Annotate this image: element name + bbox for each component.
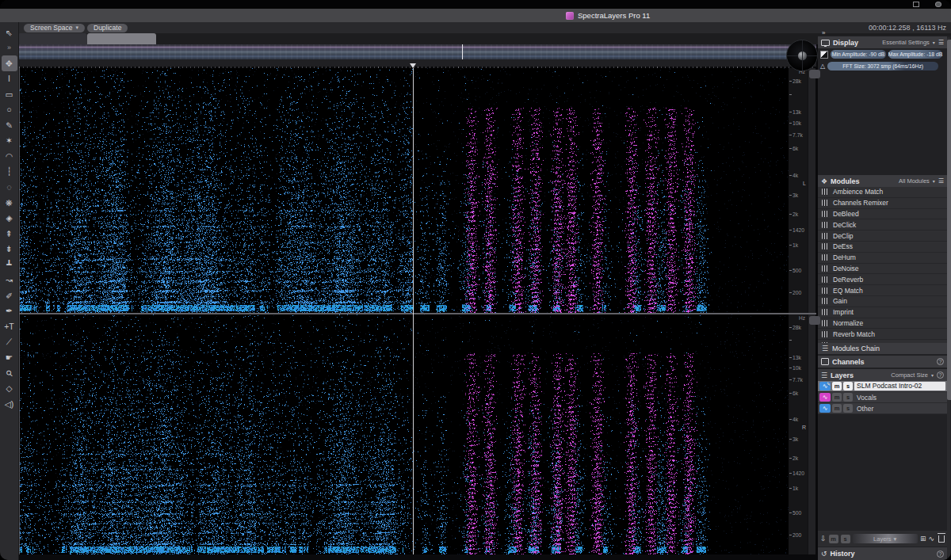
amplify-tool[interactable]: ⇞ [2, 226, 17, 242]
screen-space-dropdown[interactable]: Screen Space ▾ [24, 24, 85, 32]
layer-name[interactable]: Other [854, 405, 945, 413]
layer-name[interactable]: SLM Podcast Intro-02 [854, 382, 945, 390]
add-layer-button[interactable]: ⊞ [920, 535, 926, 543]
knife-tool[interactable]: ⟋ [2, 334, 17, 350]
frequency-axis-right: Hz R 28k13k10k7.7k6k4k3k2k14201k500200 [789, 314, 808, 554]
solo-button[interactable]: s [843, 404, 853, 413]
brush-selection-tool[interactable]: ✎ [2, 117, 17, 133]
module-item[interactable]: Channels Remixer [818, 198, 947, 209]
channels-panel-header[interactable]: Channels ? [818, 356, 947, 368]
harmonics-selection-tool[interactable]: ❋ [2, 195, 17, 211]
time-ruler[interactable] [19, 59, 816, 67]
mute-button[interactable]: m [832, 382, 842, 390]
hand-tool[interactable]: ☛ [2, 349, 17, 365]
solo-button[interactable]: s [843, 393, 853, 402]
collapse-toolbar[interactable]: » [2, 40, 17, 56]
layers-size-dropdown[interactable]: Compact Size [891, 371, 928, 379]
panel-scrollbar[interactable] [947, 37, 950, 557]
modules-chain-button[interactable]: ☰ Modules Chain [818, 343, 947, 354]
module-item[interactable]: Reverb Match [818, 329, 947, 340]
modules-panel-header[interactable]: ❖ Modules All Modules ▾ ☰ [818, 175, 947, 187]
spectrogram-left-channel[interactable] [19, 68, 789, 313]
module-item[interactable]: DeBleed [818, 209, 947, 220]
system-tray-display-icon[interactable] [913, 2, 919, 7]
module-item[interactable]: EQ Match [818, 285, 947, 296]
tool-icon: ▭ [6, 90, 13, 99]
attenuate-tool[interactable]: ⇟ [2, 242, 17, 257]
3d-view-tool[interactable]: ◇ [2, 381, 17, 397]
selection-cursor-tool[interactable]: ⇖ [2, 25, 17, 40]
module-item[interactable]: Imprint [818, 307, 947, 318]
solo-button[interactable]: s [843, 382, 853, 390]
document-tab[interactable] [87, 33, 156, 44]
spectrogram-right-channel[interactable] [19, 314, 789, 554]
arc-selection-tool[interactable]: ◠ [2, 148, 17, 164]
transform-arrow-tool[interactable]: ↝ [2, 272, 17, 288]
vertical-scrollbar-left[interactable] [808, 68, 815, 313]
solo-button[interactable]: s [841, 535, 850, 543]
overview-navigator[interactable] [19, 44, 816, 59]
eraser-tool[interactable]: ◈ [2, 211, 17, 227]
transform-tool[interactable]: ✥ [2, 55, 17, 71]
circular-selection-tool[interactable]: ◌ [2, 179, 17, 195]
mute-button[interactable]: m [832, 404, 842, 413]
Vocals[interactable]: ∿ m s Vocals [818, 392, 947, 403]
layer-name[interactable]: Vocals [854, 394, 945, 402]
magic-wand-tool[interactable]: ✶ [2, 133, 17, 149]
time-selection-tool[interactable]: I [2, 71, 17, 87]
max-amplitude-slider[interactable]: Max Amplitude: -18 dB [888, 50, 942, 59]
mute-button[interactable]: m [829, 535, 838, 543]
auto-unmix-button[interactable]: ∿ [928, 535, 934, 543]
scrollbar-thumb[interactable] [947, 40, 951, 400]
help-icon[interactable]: ? [937, 371, 944, 379]
monitor-layer-icon[interactable]: ⇩ [820, 535, 827, 543]
history-panel-header[interactable]: ↺ History ? [818, 547, 947, 560]
display-preset-dropdown[interactable]: Essential Settings [882, 39, 930, 46]
layers-panel-header[interactable]: ☰ Layers Compact Size ▾ ? [818, 369, 947, 381]
module-item[interactable]: DeNoise [818, 264, 947, 275]
modules-filter-dropdown[interactable]: All Modules [899, 177, 930, 185]
text-tool[interactable]: +T [2, 318, 17, 334]
pencil-tool[interactable]: ✐ [2, 288, 17, 303]
module-item[interactable]: DeEss [818, 242, 947, 253]
help-icon[interactable]: ? [937, 358, 944, 365]
heal-brush-tool[interactable]: ✒ [2, 303, 17, 319]
display-menu-icon[interactable]: ☰ [938, 39, 944, 46]
duplicate-button[interactable]: Duplicate [87, 24, 128, 32]
modules-menu-icon[interactable]: ☰ [938, 177, 944, 185]
audio-preview-tool[interactable]: ◁) [2, 396, 17, 412]
help-icon[interactable]: ? [937, 550, 944, 558]
display-panel-header[interactable]: Display Essential Settings ▾ ☰ [818, 36, 947, 48]
document-tab[interactable] [17, 33, 87, 44]
fft-size-slider[interactable]: FFT Size: 3072 smp (64ms/16Hz) [827, 62, 938, 70]
Other[interactable]: ∿ m s Other [818, 403, 947, 414]
delete-layer-button[interactable] [938, 535, 945, 543]
scrollbar-thumb[interactable] [809, 316, 820, 325]
min-amplitude-slider[interactable]: Min Amplitude: -90 dB [831, 50, 886, 59]
channel-divider[interactable] [19, 313, 816, 314]
scrollbar-thumb[interactable] [809, 70, 820, 78]
lasso-selection-tool[interactable]: ○ [2, 102, 17, 118]
layer-row[interactable]: ∿ m s SLM Podcast Intro-02 [818, 381, 947, 392]
module-item[interactable]: Normalize [818, 318, 947, 330]
module-item[interactable]: Gain [818, 296, 947, 307]
transient-selection-tool[interactable]: ┆ [2, 164, 17, 180]
system-tray-status-icon[interactable] [935, 2, 941, 7]
clone-stamp-tool[interactable]: ┻ [2, 257, 17, 272]
zoom-tool[interactable]: ⚲ [2, 365, 17, 381]
module-item[interactable]: DeClip [818, 230, 947, 242]
navigation-trackball[interactable] [786, 40, 818, 71]
mute-button[interactable]: m [832, 393, 842, 402]
playhead-marker[interactable] [410, 63, 416, 68]
vertical-scrollbar-right[interactable] [808, 314, 815, 554]
layer-group-selector[interactable]: Layers ▾ [853, 534, 918, 543]
layer-thumbnail[interactable]: ∿ [819, 404, 831, 413]
channel-label: L [803, 181, 806, 186]
module-item[interactable]: DeClick [818, 219, 947, 230]
module-item[interactable]: DeReverb [818, 274, 947, 285]
module-item[interactable]: Ambience Match [818, 187, 947, 198]
layer-thumbnail[interactable]: ∿ [819, 382, 831, 390]
module-item[interactable]: DeHum [818, 253, 947, 264]
layer-thumbnail[interactable]: ∿ [819, 393, 831, 402]
rectangle-selection-tool[interactable]: ▭ [2, 86, 17, 102]
